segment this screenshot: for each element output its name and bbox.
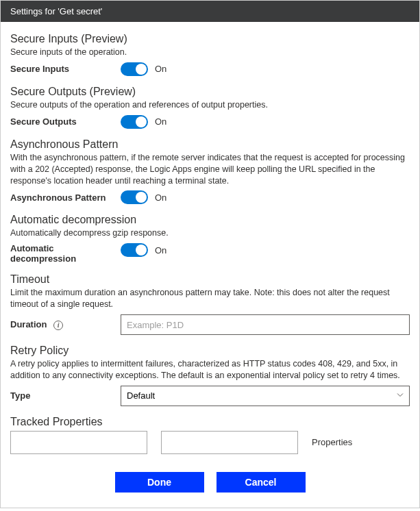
secure-inputs-desc: Secure inputs of the operation. [10, 47, 410, 58]
duration-input[interactable] [121, 314, 410, 335]
decompress-state: On [155, 245, 166, 256]
decompress-title: Automatic decompression [10, 214, 410, 226]
section-secure-outputs: Secure Outputs (Preview) Secure outputs … [10, 86, 410, 129]
info-icon[interactable]: i [53, 321, 63, 330]
section-async-pattern: Asynchronous Pattern With the asynchrono… [10, 138, 410, 205]
secure-outputs-state: On [155, 116, 166, 127]
section-auto-decompress: Automatic decompression Automatically de… [10, 214, 410, 264]
retry-title: Retry Policy [10, 345, 410, 357]
async-title: Asynchronous Pattern [10, 138, 410, 151]
section-tracked-properties: Tracked Properties Properties [10, 416, 410, 454]
tracked-title: Tracked Properties [10, 416, 410, 428]
decompress-toggle[interactable] [121, 243, 148, 257]
async-desc: With the asynchronous pattern, if the re… [10, 152, 410, 187]
dialog-title: Settings for 'Get secret' [10, 6, 102, 16]
section-retry-policy: Retry Policy A retry policy applies to i… [10, 345, 410, 406]
tracked-value-input[interactable] [161, 431, 298, 454]
dialog-buttons: Done Cancel [10, 472, 410, 493]
secure-outputs-label: Secure Outputs [10, 116, 110, 127]
section-secure-inputs: Secure Inputs (Preview) Secure inputs of… [10, 33, 410, 76]
decompress-desc: Automatically decompress gzip response. [10, 227, 410, 239]
done-button[interactable]: Done [115, 472, 204, 493]
secure-inputs-toggle[interactable] [121, 62, 148, 76]
decompress-label: Automatic decompression [10, 243, 110, 264]
async-toggle[interactable] [121, 190, 148, 204]
async-label: Asynchronous Pattern [10, 192, 110, 203]
timeout-label-text: Duration [10, 319, 47, 329]
secure-inputs-state: On [155, 64, 166, 74]
timeout-title: Timeout [10, 273, 410, 286]
secure-outputs-toggle[interactable] [121, 115, 148, 129]
timeout-label: Duration i [10, 319, 110, 330]
dialog-titlebar: Settings for 'Get secret' [1, 1, 419, 22]
secure-inputs-title: Secure Inputs (Preview) [10, 33, 410, 45]
async-state: On [155, 192, 166, 203]
section-timeout: Timeout Limit the maximum duration an as… [10, 273, 410, 335]
secure-inputs-label: Secure Inputs [10, 64, 110, 74]
timeout-desc: Limit the maximum duration an asynchrono… [10, 287, 410, 310]
properties-label: Properties [312, 437, 352, 447]
secure-outputs-desc: Secure outputs of the operation and refe… [10, 99, 410, 111]
retry-desc: A retry policy applies to intermittent f… [10, 358, 410, 382]
cancel-button[interactable]: Cancel [217, 472, 306, 493]
retry-type-select[interactable]: Default [121, 386, 410, 406]
tracked-key-input[interactable] [10, 431, 147, 454]
retry-type-label: Type [10, 390, 110, 401]
secure-outputs-title: Secure Outputs (Preview) [10, 86, 410, 98]
dialog-content: Secure Inputs (Preview) Secure inputs of… [1, 22, 419, 508]
